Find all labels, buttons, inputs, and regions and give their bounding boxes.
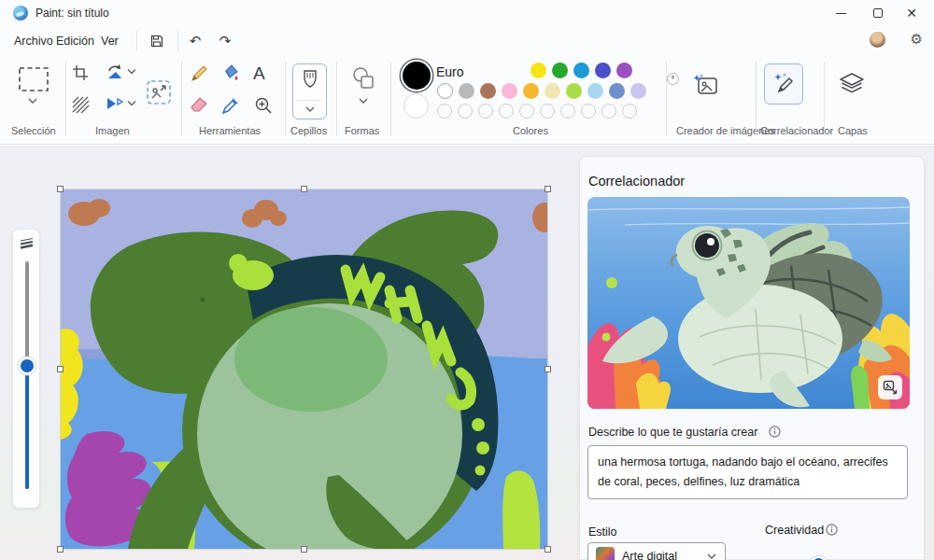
color-swatch[interactable] <box>437 83 453 99</box>
account-avatar[interactable] <box>870 32 885 48</box>
select-all-pattern-button[interactable] <box>71 95 92 116</box>
text-tool-button[interactable]: A <box>253 63 265 84</box>
empty-color-swatch[interactable] <box>458 104 473 119</box>
describe-info-icon[interactable] <box>769 426 781 441</box>
empty-color-swatch[interactable] <box>499 104 514 119</box>
export-image-icon <box>883 380 898 395</box>
selection-handle-e[interactable] <box>545 366 551 372</box>
empty-color-swatch[interactable] <box>622 104 637 119</box>
creativity-label-row: Creatividad <box>765 524 838 539</box>
color2-swatch[interactable] <box>403 93 429 119</box>
shell-patch <box>234 307 388 412</box>
color-swatch[interactable] <box>595 63 611 78</box>
menu-archivo[interactable]: Archivo <box>10 33 57 49</box>
shapes-button[interactable] <box>350 65 376 91</box>
redo-button[interactable]: ↷ <box>213 30 237 52</box>
fill-tool-button[interactable] <box>220 63 243 84</box>
style-dropdown-chevron <box>706 553 717 560</box>
color-swatch[interactable] <box>616 63 632 78</box>
cocreator-panel: Correlacionador <box>579 156 925 560</box>
save-icon <box>149 34 164 49</box>
edit-colors-button[interactable] <box>654 78 675 100</box>
color-swatch[interactable] <box>552 63 568 78</box>
pencil-icon <box>189 63 209 84</box>
crop-icon <box>71 63 92 84</box>
hatch-pattern-icon <box>71 95 92 116</box>
brushes-dropdown-chevron <box>304 105 316 113</box>
section-label-herramientas: Herramientas <box>199 125 261 136</box>
menu-ver[interactable]: Ver <box>97 33 122 49</box>
selection-dropdown[interactable] <box>27 97 38 105</box>
cocreator-icon <box>771 72 796 96</box>
selection-handle-sw[interactable] <box>57 546 64 553</box>
ribbon-toolbar: Selección <box>0 56 934 145</box>
color-swatch[interactable] <box>480 83 496 99</box>
rotate-dropdown[interactable] <box>127 68 136 75</box>
empty-color-swatch[interactable] <box>478 104 493 119</box>
crop-button[interactable] <box>71 63 92 84</box>
color-swatch[interactable] <box>609 83 625 99</box>
paint-logo-icon <box>13 6 28 21</box>
selection-tool-button[interactable] <box>17 65 50 93</box>
magnifier-tool-button[interactable] <box>253 95 274 116</box>
color1-swatch[interactable] <box>403 62 431 90</box>
color-swatch[interactable] <box>545 83 560 99</box>
settings-gear-icon[interactable]: ⚙ <box>911 31 923 48</box>
section-label-capas: Capas <box>838 125 868 136</box>
save-button[interactable] <box>145 30 169 52</box>
rotate-button[interactable] <box>105 63 125 82</box>
empty-color-swatch[interactable] <box>560 104 575 119</box>
turtle-drawing <box>61 189 547 549</box>
window-title: Paint: sin título <box>35 7 109 20</box>
pencil-tool-button[interactable] <box>189 63 209 84</box>
prompt-input[interactable]: una hermosa tortuga, nadando bajo el océ… <box>587 445 908 499</box>
undo-button[interactable]: ↶ <box>183 30 207 52</box>
image-creator-button[interactable] <box>693 73 719 99</box>
color-swatch[interactable] <box>587 83 603 99</box>
color-swatch[interactable] <box>459 83 474 99</box>
eyedropper-tool-button[interactable] <box>220 95 241 116</box>
cocreator-button[interactable] <box>764 63 803 105</box>
empty-color-swatch[interactable] <box>581 104 596 119</box>
creativity-info-icon[interactable] <box>826 524 838 539</box>
selection-handle-n[interactable] <box>301 186 307 192</box>
style-dropdown[interactable]: Arte digital <box>587 542 726 560</box>
section-label-cepillos: Cepillos <box>290 125 327 136</box>
paint-window: Paint: sin título ✕ Archivo Edición Ver … <box>0 0 934 560</box>
eraser-tool-button[interactable] <box>189 95 209 114</box>
flip-dropdown[interactable] <box>127 100 136 106</box>
color-swatch[interactable] <box>531 63 546 78</box>
maximize-button[interactable] <box>859 0 897 26</box>
color-swatch[interactable] <box>566 83 582 99</box>
size-slider-thumb[interactable] <box>21 359 34 372</box>
resize-image-button[interactable] <box>145 78 173 106</box>
color-swatch[interactable] <box>523 83 539 99</box>
layers-button[interactable] <box>838 71 866 97</box>
color-swatch[interactable] <box>630 83 646 99</box>
export-image-button[interactable] <box>878 375 902 399</box>
brushes-button[interactable] <box>292 63 327 119</box>
empty-color-swatch[interactable] <box>601 104 616 119</box>
color-swatch[interactable] <box>502 83 517 99</box>
titlebar: Paint: sin título ✕ <box>0 0 934 26</box>
empty-color-swatch[interactable] <box>437 104 452 119</box>
menubar: Archivo Edición Ver ↶ ↷ ⚙ <box>0 26 934 56</box>
selection-handle-se[interactable] <box>545 546 551 553</box>
generated-image[interactable] <box>587 197 910 409</box>
selection-handle-s[interactable] <box>301 546 307 553</box>
color-swatch[interactable] <box>573 63 589 78</box>
drawing-canvas[interactable] <box>61 189 547 549</box>
minimize-button[interactable] <box>822 0 859 26</box>
style-label: Estilo <box>588 525 617 539</box>
empty-color-swatch[interactable] <box>519 104 534 119</box>
selection-handle-nw[interactable] <box>57 186 64 192</box>
selection-handle-ne[interactable] <box>545 186 551 192</box>
shapes-dropdown[interactable] <box>358 97 369 105</box>
menu-edicion[interactable]: Edición <box>52 33 98 49</box>
close-button[interactable]: ✕ <box>893 0 930 26</box>
empty-color-swatch[interactable] <box>540 104 555 119</box>
size-slider-track[interactable] <box>25 261 29 489</box>
selection-handle-w[interactable] <box>57 366 64 372</box>
panel-title: Correlacionador <box>588 174 685 189</box>
flip-button[interactable] <box>105 95 125 112</box>
